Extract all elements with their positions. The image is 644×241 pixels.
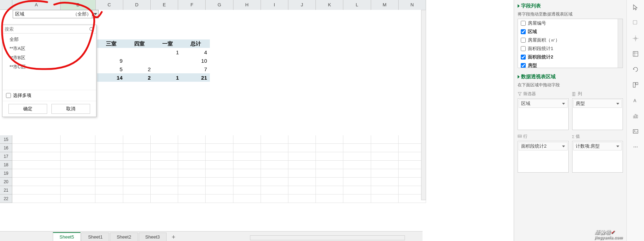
cell-C19[interactable]: [95, 169, 123, 178]
column-header-K[interactable]: K: [316, 0, 343, 10]
pivot-cell[interactable]: 10: [182, 56, 210, 65]
cell-D15[interactable]: [123, 135, 151, 144]
cell-B20[interactable]: [61, 178, 96, 186]
pivot-col-header[interactable]: 四室: [125, 39, 154, 48]
cell-H15[interactable]: [233, 135, 261, 144]
field-checkbox[interactable]: [521, 29, 526, 34]
image-icon[interactable]: [632, 128, 639, 135]
cell-E21[interactable]: [151, 186, 178, 194]
cell-G18[interactable]: [206, 161, 233, 169]
column-header-N[interactable]: N: [399, 0, 426, 10]
sheet-tab-Sheet3[interactable]: Sheet3: [139, 233, 167, 241]
cell-K19[interactable]: [316, 169, 343, 178]
cell-L22[interactable]: [343, 194, 371, 203]
cell-D16[interactable]: [123, 144, 151, 152]
cell-D17[interactable]: [123, 152, 151, 161]
add-sheet-button[interactable]: +: [169, 233, 178, 241]
row-header-15[interactable]: 15: [0, 135, 12, 144]
cell-H19[interactable]: [233, 169, 261, 178]
cancel-button[interactable]: 取消: [51, 104, 90, 114]
column-area-box[interactable]: 房型: [572, 98, 623, 130]
ok-button[interactable]: 确定: [8, 104, 47, 114]
cell-M22[interactable]: [371, 194, 399, 203]
cell-K20[interactable]: [316, 178, 343, 186]
fieldlist-scrollbar[interactable]: [618, 19, 623, 68]
dropdown-item-0[interactable]: 全部: [2, 35, 96, 44]
multi-select-checkbox[interactable]: [6, 93, 11, 98]
cell-K22[interactable]: [316, 194, 343, 203]
refresh-icon[interactable]: [632, 66, 639, 73]
row-header-16[interactable]: 16: [0, 144, 12, 152]
pivot-cell[interactable]: 7: [182, 65, 210, 73]
chart-icon[interactable]: [632, 112, 639, 120]
pivot-cell[interactable]: 5: [97, 65, 125, 73]
cell-K21[interactable]: [316, 186, 343, 194]
cell-C22[interactable]: [95, 194, 123, 203]
cell-D18[interactable]: [123, 161, 151, 169]
cell-F21[interactable]: [178, 186, 206, 194]
field-row-3[interactable]: 面积段统计1: [518, 44, 623, 53]
field-list-box[interactable]: 房屋编号区域房屋面积（㎡）面积段统计1面积段统计2房型: [518, 19, 623, 68]
settings-icon[interactable]: [632, 35, 639, 42]
cell-L20[interactable]: [343, 178, 371, 186]
cell-F17[interactable]: [178, 152, 206, 161]
cell-G22[interactable]: [206, 194, 233, 203]
cell-M16[interactable]: [371, 144, 399, 152]
pivot-total-cell[interactable]: 2: [125, 73, 154, 82]
cell-E16[interactable]: [151, 144, 178, 152]
cell-L18[interactable]: [343, 161, 371, 169]
cell-I19[interactable]: [261, 169, 288, 178]
field-checkbox[interactable]: [521, 21, 526, 26]
cell-A20[interactable]: [12, 178, 61, 186]
cell-J19[interactable]: [288, 169, 316, 178]
pivot-filter-cell[interactable]: 区域 （全部）: [13, 10, 99, 18]
dropdown-item-1[interactable]: **市A区: [2, 44, 96, 53]
cell-C17[interactable]: [95, 152, 123, 161]
cell-E15[interactable]: [151, 135, 178, 144]
pivot-col-header[interactable]: 总计: [182, 39, 210, 48]
cell-J15[interactable]: [288, 135, 316, 144]
cell-E17[interactable]: [151, 152, 178, 161]
cell-G16[interactable]: [206, 144, 233, 152]
pivot-filter-dropdown-button[interactable]: [92, 10, 98, 18]
field-row-4[interactable]: 面积段统计2: [518, 53, 623, 61]
column-header-M[interactable]: M: [371, 0, 399, 10]
cell-M18[interactable]: [371, 161, 399, 169]
column-header-E[interactable]: E: [151, 0, 178, 10]
search-input[interactable]: [5, 26, 89, 32]
cell-C18[interactable]: [95, 161, 123, 169]
cell-G15[interactable]: [206, 135, 233, 144]
cell-H17[interactable]: [233, 152, 261, 161]
cell-J20[interactable]: [288, 178, 316, 186]
pivot-cell[interactable]: 9: [97, 56, 125, 65]
cell-K17[interactable]: [316, 152, 343, 161]
cell-B15[interactable]: [61, 135, 96, 144]
cell-E19[interactable]: [151, 169, 178, 178]
cell-C20[interactable]: [95, 178, 123, 186]
cell-H18[interactable]: [233, 161, 261, 169]
cell-B18[interactable]: [61, 161, 96, 169]
table-icon[interactable]: [632, 50, 639, 58]
filter-area-box[interactable]: 区域: [518, 98, 569, 130]
field-row-0[interactable]: 房屋编号: [518, 19, 623, 27]
cell-L16[interactable]: [343, 144, 371, 152]
column-header-B[interactable]: B: [61, 0, 96, 10]
cell-K15[interactable]: [316, 135, 343, 144]
pivot-col-header[interactable]: 三室: [97, 39, 125, 48]
more-icon[interactable]: [632, 143, 639, 151]
cell-D20[interactable]: [123, 178, 151, 186]
column-area-item[interactable]: 房型: [573, 99, 622, 108]
column-header-F[interactable]: F: [178, 0, 206, 10]
cell-J21[interactable]: [288, 186, 316, 194]
cell-M15[interactable]: [371, 135, 399, 144]
cell-D21[interactable]: [123, 186, 151, 194]
dropdown-item-2[interactable]: **市B区: [2, 53, 96, 62]
field-checkbox[interactable]: [521, 63, 526, 68]
cell-A19[interactable]: [12, 169, 61, 178]
select-icon[interactable]: [632, 19, 639, 27]
cell-I20[interactable]: [261, 178, 288, 186]
cell-M20[interactable]: [371, 178, 399, 186]
column-header-D[interactable]: D: [123, 0, 151, 10]
cell-H21[interactable]: [233, 186, 261, 194]
multi-select-row[interactable]: 选择多项: [2, 90, 96, 101]
